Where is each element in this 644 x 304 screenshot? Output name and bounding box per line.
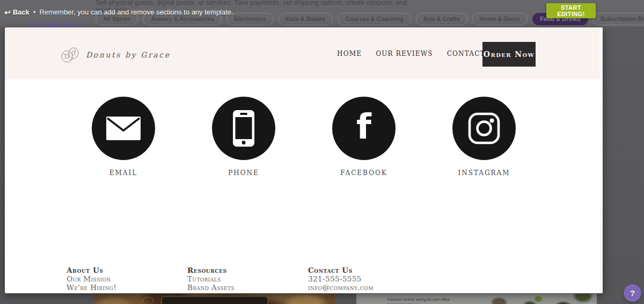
footer-heading: About Us	[67, 266, 116, 274]
template-header: Donuts by Grace HOME OUR REVIEWS CONTACT…	[5, 27, 603, 79]
contact-label: INSTAGRAM	[458, 169, 510, 177]
phone-icon[interactable]	[212, 97, 275, 160]
contact-label: EMAIL	[109, 169, 137, 177]
footer-link[interactable]: 321-555-5555	[308, 274, 374, 283]
facebook-f-glyph: f	[356, 110, 371, 144]
nav-home[interactable]: HOME	[337, 50, 362, 57]
thumbnail-tagline-line2: Fresh & fast delivery.	[387, 302, 450, 304]
contact-label: PHONE	[228, 169, 259, 177]
thumbnail-tagline: Painless healthy eating for your office …	[387, 297, 450, 304]
footer-heading: Resources	[187, 266, 235, 274]
contact-methods-row: EMAIL PHONE f FACEBOOK	[92, 97, 516, 177]
back-arrow-icon: ↩	[4, 9, 11, 16]
brand-name: Donuts by Grace	[86, 50, 171, 59]
footer-about-column: About Us Our Mission We're Hiring!	[67, 266, 116, 292]
footer-resources-column: Resources Tutorials Brand Assets	[187, 266, 235, 292]
contact-facebook: f FACEBOOK	[332, 97, 396, 177]
footer-link[interactable]: Tutorials	[187, 274, 235, 283]
hint-text: Remember, you can add and remove section…	[39, 8, 233, 16]
footer-link[interactable]: Our Mission	[67, 274, 116, 283]
order-now-button[interactable]: Order Now	[482, 42, 536, 67]
back-label: Back	[13, 8, 30, 16]
footer-link[interactable]: info@company.com	[308, 283, 374, 292]
category-pill-arts[interactable]: Arts & Crafts	[416, 13, 467, 25]
back-button[interactable]: ↩ Back	[4, 8, 30, 16]
donuts-logo-icon	[61, 47, 80, 63]
bullet-separator: •	[33, 8, 36, 16]
contact-phone: PHONE	[212, 97, 275, 177]
contact-label: FACEBOOK	[340, 169, 387, 177]
contact-instagram: INSTAGRAM	[452, 97, 516, 177]
brand-logo[interactable]: Donuts by Grace	[61, 47, 171, 63]
food-template-thumbnail[interactable]: Painless healthy eating for your office …	[356, 294, 597, 304]
thumbnail-crest-ornament	[143, 297, 153, 302]
facebook-icon[interactable]: f	[332, 97, 396, 160]
thumbnail-food-photos	[457, 294, 597, 304]
category-pill-courses[interactable]: Courses & Coaching	[338, 13, 411, 25]
template-preview-modal: Donuts by Grace HOME OUR REVIEWS CONTACT…	[5, 27, 603, 293]
template-nav: HOME OUR REVIEWS CONTACT US	[337, 27, 499, 79]
footer-heading: Contact Us	[308, 266, 374, 274]
footer-link[interactable]: We're Hiring!	[67, 283, 116, 292]
start-editing-button[interactable]: START EDITING!	[546, 3, 596, 18]
thumbnail-tagline-line1: Painless healthy eating for your office	[387, 297, 450, 302]
nav-our-reviews[interactable]: OUR REVIEWS	[376, 50, 433, 57]
modal-scrollbar[interactable]	[599, 27, 603, 293]
footer-contact-column: Contact Us 321-555-5555 info@company.com	[308, 266, 374, 292]
email-icon[interactable]	[92, 97, 155, 160]
category-pill-kids[interactable]: Kids & Babies	[279, 13, 333, 25]
editor-hint-bar: ↩ Back • Remember, you can add and remov…	[4, 8, 233, 16]
footer-link[interactable]: Brand Assets	[187, 283, 235, 292]
category-pill-home-decor[interactable]: Home & Decor	[472, 13, 528, 25]
contact-email: EMAIL	[92, 97, 155, 177]
instagram-icon[interactable]	[452, 97, 516, 160]
help-button[interactable]: ?	[624, 284, 641, 302]
category-pill-electronics[interactable]: Electronics	[226, 13, 273, 25]
thumbnail-center-panel	[161, 296, 268, 304]
category-pill-subscription[interactable]: Subscription Box	[593, 13, 644, 25]
donut-template-thumbnail[interactable]	[94, 294, 335, 304]
